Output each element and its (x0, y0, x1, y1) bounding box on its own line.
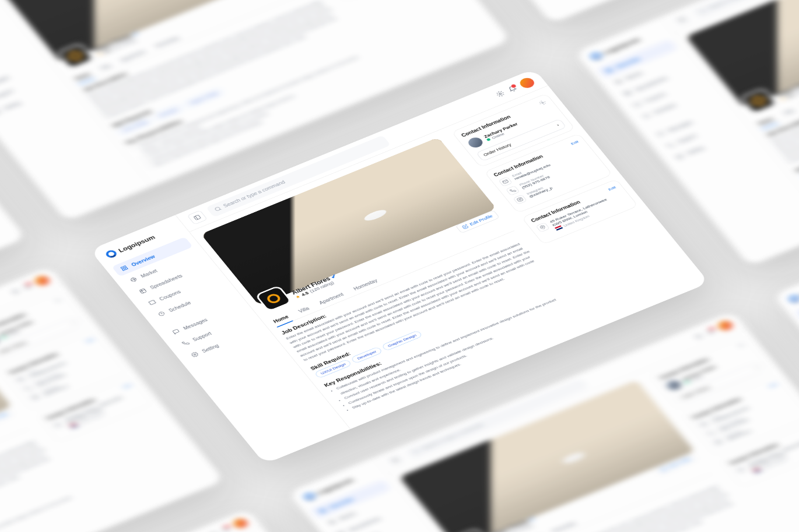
svg-point-66 (36, 396, 36, 396)
sidebar-item-label: Schedule (653, 102, 677, 114)
gear-icon[interactable] (53, 297, 62, 304)
gear-icon[interactable] (736, 341, 745, 348)
message-icon (171, 327, 182, 336)
sidebar-item-label: Schedule (167, 300, 192, 312)
svg-rect-86 (608, 68, 611, 69)
address-line-2: KW5 8NW, London (551, 200, 610, 227)
svg-point-135 (740, 468, 742, 470)
dashboard-icon (317, 506, 328, 515)
edit-profile-label: Edit Profile (469, 214, 494, 227)
svg-point-75 (194, 353, 196, 355)
pin-icon (535, 222, 550, 232)
sidebar-item-overview[interactable]: Overview (310, 479, 391, 519)
logo-icon (589, 51, 604, 61)
notifications-button[interactable] (220, 525, 231, 532)
chevron-right-icon: › (71, 320, 75, 325)
pencil-icon (660, 466, 668, 472)
profile-rating: 4.5 (300, 291, 310, 297)
brand-logo: Logoipsum (784, 269, 799, 305)
sidebar-item-overview[interactable]: Overview (111, 237, 193, 276)
svg-point-72 (130, 277, 137, 282)
message-icon (656, 130, 667, 138)
sidebar-item-label: Support (0, 88, 14, 99)
edit-contact-link[interactable]: Edit (768, 382, 777, 388)
svg-point-123 (328, 519, 335, 524)
tab-home[interactable]: Home (269, 312, 293, 327)
tab-villa[interactable]: Villa (295, 303, 313, 316)
support-icon (180, 339, 191, 347)
avatar[interactable] (716, 318, 735, 332)
profile-name: Albert Flores (290, 275, 332, 295)
instagram-icon (28, 392, 43, 402)
notifications-button[interactable] (22, 282, 33, 290)
tab-apartment[interactable]: Apartment (316, 289, 348, 308)
contact-avatar (664, 378, 684, 392)
order-history-label: Order History (482, 142, 512, 157)
verified-icon: ✔ (131, 30, 141, 37)
settings-button[interactable] (10, 287, 21, 295)
svg-point-133 (717, 441, 720, 443)
svg-point-65 (34, 396, 37, 398)
edit-contact-link[interactable]: Edit (570, 139, 579, 145)
avatar[interactable] (517, 76, 537, 89)
tab-home[interactable]: Home (755, 114, 778, 129)
edit-profile-label: Edit Profile (667, 456, 692, 469)
svg-rect-127 (392, 457, 399, 462)
svg-rect-68 (121, 266, 124, 268)
instagram-icon (711, 437, 726, 447)
edit-address-link[interactable]: Edit (122, 383, 132, 389)
settings-button[interactable] (693, 332, 704, 340)
edit-contact-link[interactable]: Edit (85, 337, 94, 343)
status-dot-icon (685, 380, 689, 384)
svg-rect-76 (194, 214, 201, 220)
notifications-button[interactable] (507, 84, 518, 93)
status-dot-icon (486, 138, 491, 141)
star-icon: ★ (295, 294, 302, 299)
sidebar-item-label: Market (139, 268, 158, 279)
svg-point-92 (678, 156, 681, 157)
svg-rect-120 (322, 508, 325, 510)
svg-rect-121 (321, 511, 324, 513)
star-icon: ★ (779, 96, 786, 101)
edit-address-link[interactable]: Edit (607, 185, 616, 191)
sidebar-item-label: Coupons (158, 289, 181, 301)
verified-icon: ✔ (330, 273, 339, 280)
sidebar-item-label: Spreadsheets (149, 273, 183, 290)
star-icon: ★ (96, 51, 103, 57)
mail-icon (13, 374, 28, 384)
tab-home[interactable]: Home (71, 69, 94, 84)
settings-icon (0, 108, 2, 116)
sidebar-item-label: Support (191, 330, 212, 341)
order-history-label: Order History (681, 385, 710, 399)
spreadsheet-icon (336, 530, 347, 532)
avatar[interactable] (231, 516, 250, 530)
sidebar-item-setting[interactable]: Setting (182, 323, 264, 362)
pin-icon (51, 420, 65, 429)
clock-icon (641, 112, 652, 120)
address-line-2: KW5 8NW, London (66, 399, 125, 425)
pencil-icon (462, 223, 470, 229)
spreadsheet-icon (622, 89, 633, 97)
settings-icon (190, 350, 201, 358)
notifications-button[interactable] (705, 327, 716, 335)
collapse-sidebar-button[interactable] (385, 452, 406, 467)
tab-homestay[interactable]: Homestay (350, 275, 382, 294)
address-card: Contact Information Edit 45 Roker Terrac… (323, 0, 440, 2)
tab-villa[interactable]: Villa (780, 105, 798, 119)
logo-icon (787, 294, 799, 304)
search-icon (411, 448, 420, 455)
svg-rect-80 (502, 179, 509, 184)
tab-homestay[interactable]: Homestay (548, 518, 580, 532)
gear-icon[interactable] (538, 99, 547, 106)
avatar[interactable] (33, 273, 52, 287)
settings-button[interactable] (495, 89, 506, 97)
profile-rating-count: (120 rating) (309, 280, 335, 293)
collapse-sidebar-button[interactable] (187, 210, 208, 224)
settings-button[interactable] (208, 530, 219, 532)
coupon-icon (147, 298, 158, 306)
svg-point-84 (542, 226, 544, 227)
collapse-sidebar-button[interactable] (672, 12, 693, 26)
collapse-icon (391, 456, 400, 463)
tab-villa[interactable]: Villa (96, 61, 115, 74)
svg-point-78 (499, 93, 502, 94)
